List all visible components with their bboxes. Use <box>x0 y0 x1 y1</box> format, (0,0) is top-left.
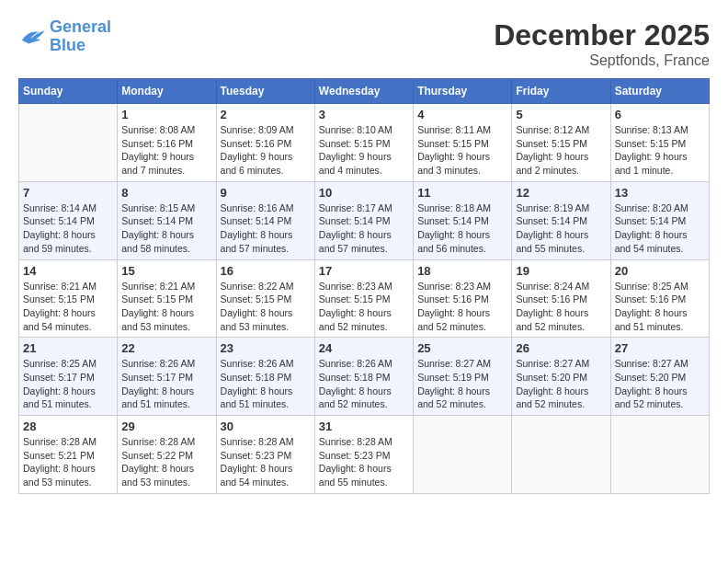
day-info: Sunrise: 8:21 AMSunset: 5:15 PMDaylight:… <box>23 280 113 334</box>
calendar-cell: 21Sunrise: 8:25 AMSunset: 5:17 PMDayligh… <box>19 338 118 416</box>
calendar-cell: 15Sunrise: 8:21 AMSunset: 5:15 PMDayligh… <box>118 259 216 338</box>
day-number: 17 <box>319 264 409 278</box>
day-number: 21 <box>23 341 113 355</box>
day-number: 20 <box>615 264 705 278</box>
day-info: Sunrise: 8:25 AMSunset: 5:17 PMDaylight:… <box>23 357 113 411</box>
calendar-cell: 18Sunrise: 8:23 AMSunset: 5:16 PMDayligh… <box>414 259 512 338</box>
day-number: 12 <box>516 186 606 200</box>
location: Septfonds, France <box>494 52 710 69</box>
day-info: Sunrise: 8:13 AMSunset: 5:15 PMDaylight:… <box>615 123 705 178</box>
column-header-monday: Monday <box>118 79 216 104</box>
calendar-cell: 28Sunrise: 8:28 AMSunset: 5:21 PMDayligh… <box>19 416 118 494</box>
calendar-cell: 14Sunrise: 8:21 AMSunset: 5:15 PMDayligh… <box>19 259 118 338</box>
day-info: Sunrise: 8:15 AMSunset: 5:14 PMDaylight:… <box>121 201 211 256</box>
day-info: Sunrise: 8:21 AMSunset: 5:15 PMDaylight:… <box>121 280 211 334</box>
day-number: 24 <box>319 341 409 355</box>
day-number: 26 <box>516 341 606 355</box>
column-header-saturday: Saturday <box>610 79 709 104</box>
calendar-cell: 6Sunrise: 8:13 AMSunset: 5:15 PMDaylight… <box>610 104 709 182</box>
day-number: 19 <box>516 264 606 278</box>
calendar-header-row: SundayMondayTuesdayWednesdayThursdayFrid… <box>19 79 710 104</box>
column-header-sunday: Sunday <box>19 79 118 104</box>
day-number: 31 <box>319 419 409 433</box>
day-info: Sunrise: 8:17 AMSunset: 5:14 PMDaylight:… <box>319 201 409 256</box>
calendar-cell <box>512 416 610 494</box>
logo-text: General Blue <box>50 18 111 55</box>
calendar-table: SundayMondayTuesdayWednesdayThursdayFrid… <box>18 78 710 494</box>
day-info: Sunrise: 8:26 AMSunset: 5:18 PMDaylight:… <box>319 357 409 411</box>
page-header: General Blue December 2025 Septfonds, Fr… <box>18 18 710 69</box>
calendar-cell: 31Sunrise: 8:28 AMSunset: 5:23 PMDayligh… <box>314 416 413 494</box>
month-title: December 2025 <box>494 18 710 52</box>
day-number: 2 <box>221 108 311 121</box>
day-info: Sunrise: 8:08 AMSunset: 5:16 PMDaylight:… <box>121 123 211 178</box>
calendar-cell: 26Sunrise: 8:27 AMSunset: 5:20 PMDayligh… <box>512 338 610 416</box>
calendar-cell: 9Sunrise: 8:16 AMSunset: 5:14 PMDaylight… <box>216 181 314 259</box>
day-number: 5 <box>516 108 606 121</box>
logo-line1: General <box>50 17 111 36</box>
calendar-cell: 19Sunrise: 8:24 AMSunset: 5:16 PMDayligh… <box>512 259 610 338</box>
logo-icon <box>18 26 46 48</box>
day-info: Sunrise: 8:28 AMSunset: 5:23 PMDaylight:… <box>221 435 311 489</box>
day-number: 22 <box>121 341 211 355</box>
day-number: 28 <box>23 419 113 433</box>
calendar-cell: 30Sunrise: 8:28 AMSunset: 5:23 PMDayligh… <box>216 416 314 494</box>
column-header-wednesday: Wednesday <box>314 79 413 104</box>
calendar-cell: 11Sunrise: 8:18 AMSunset: 5:14 PMDayligh… <box>414 181 512 259</box>
day-number: 10 <box>319 186 409 200</box>
calendar-cell: 24Sunrise: 8:26 AMSunset: 5:18 PMDayligh… <box>314 338 413 416</box>
calendar-cell: 7Sunrise: 8:14 AMSunset: 5:14 PMDaylight… <box>19 181 118 259</box>
column-header-friday: Friday <box>512 79 610 104</box>
column-header-thursday: Thursday <box>414 79 512 104</box>
day-info: Sunrise: 8:10 AMSunset: 5:15 PMDaylight:… <box>319 123 409 178</box>
calendar-cell: 16Sunrise: 8:22 AMSunset: 5:15 PMDayligh… <box>216 259 314 338</box>
day-info: Sunrise: 8:20 AMSunset: 5:14 PMDaylight:… <box>615 201 705 256</box>
calendar-cell: 12Sunrise: 8:19 AMSunset: 5:14 PMDayligh… <box>512 181 610 259</box>
day-info: Sunrise: 8:27 AMSunset: 5:20 PMDaylight:… <box>615 357 705 411</box>
calendar-cell: 20Sunrise: 8:25 AMSunset: 5:16 PMDayligh… <box>610 259 709 338</box>
day-info: Sunrise: 8:11 AMSunset: 5:15 PMDaylight:… <box>417 123 507 178</box>
calendar-cell: 3Sunrise: 8:10 AMSunset: 5:15 PMDaylight… <box>314 104 413 182</box>
day-number: 30 <box>221 419 311 433</box>
calendar-cell: 8Sunrise: 8:15 AMSunset: 5:14 PMDaylight… <box>118 181 216 259</box>
calendar-cell: 1Sunrise: 8:08 AMSunset: 5:16 PMDaylight… <box>118 104 216 182</box>
calendar-cell: 5Sunrise: 8:12 AMSunset: 5:15 PMDaylight… <box>512 104 610 182</box>
logo: General Blue <box>18 18 111 55</box>
day-number: 27 <box>615 341 705 355</box>
day-number: 14 <box>23 264 113 278</box>
day-info: Sunrise: 8:09 AMSunset: 5:16 PMDaylight:… <box>221 123 311 178</box>
day-info: Sunrise: 8:28 AMSunset: 5:22 PMDaylight:… <box>121 435 211 489</box>
day-info: Sunrise: 8:28 AMSunset: 5:23 PMDaylight:… <box>319 435 409 489</box>
day-info: Sunrise: 8:19 AMSunset: 5:14 PMDaylight:… <box>516 201 606 256</box>
day-number: 1 <box>121 108 211 121</box>
day-info: Sunrise: 8:16 AMSunset: 5:14 PMDaylight:… <box>221 201 311 256</box>
day-number: 3 <box>319 108 409 121</box>
day-info: Sunrise: 8:26 AMSunset: 5:17 PMDaylight:… <box>121 357 211 411</box>
calendar-cell <box>610 416 709 494</box>
day-number: 4 <box>417 108 507 121</box>
calendar-week-row: 21Sunrise: 8:25 AMSunset: 5:17 PMDayligh… <box>19 338 710 416</box>
day-number: 18 <box>417 264 507 278</box>
day-number: 23 <box>221 341 311 355</box>
day-number: 25 <box>417 341 507 355</box>
calendar-cell <box>414 416 512 494</box>
day-number: 9 <box>221 186 311 200</box>
day-number: 11 <box>417 186 507 200</box>
calendar-week-row: 1Sunrise: 8:08 AMSunset: 5:16 PMDaylight… <box>19 104 710 182</box>
day-number: 16 <box>221 264 311 278</box>
calendar-week-row: 7Sunrise: 8:14 AMSunset: 5:14 PMDaylight… <box>19 181 710 259</box>
day-number: 29 <box>121 419 211 433</box>
title-section: December 2025 Septfonds, France <box>494 18 710 69</box>
day-info: Sunrise: 8:26 AMSunset: 5:18 PMDaylight:… <box>221 357 311 411</box>
calendar-cell: 29Sunrise: 8:28 AMSunset: 5:22 PMDayligh… <box>118 416 216 494</box>
calendar-cell: 17Sunrise: 8:23 AMSunset: 5:15 PMDayligh… <box>314 259 413 338</box>
day-info: Sunrise: 8:27 AMSunset: 5:20 PMDaylight:… <box>516 357 606 411</box>
calendar-cell: 22Sunrise: 8:26 AMSunset: 5:17 PMDayligh… <box>118 338 216 416</box>
calendar-cell: 13Sunrise: 8:20 AMSunset: 5:14 PMDayligh… <box>610 181 709 259</box>
day-info: Sunrise: 8:23 AMSunset: 5:16 PMDaylight:… <box>417 280 507 334</box>
day-info: Sunrise: 8:22 AMSunset: 5:15 PMDaylight:… <box>221 280 311 334</box>
calendar-cell: 25Sunrise: 8:27 AMSunset: 5:19 PMDayligh… <box>414 338 512 416</box>
calendar-cell: 23Sunrise: 8:26 AMSunset: 5:18 PMDayligh… <box>216 338 314 416</box>
day-info: Sunrise: 8:28 AMSunset: 5:21 PMDaylight:… <box>23 435 113 489</box>
day-info: Sunrise: 8:23 AMSunset: 5:15 PMDaylight:… <box>319 280 409 334</box>
